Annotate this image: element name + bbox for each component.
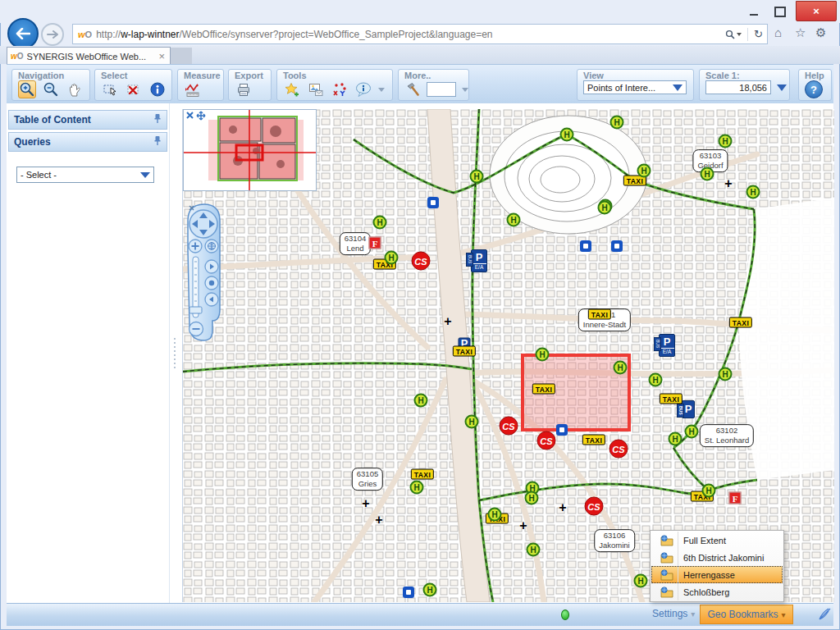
more-tools-button[interactable] bbox=[404, 80, 421, 98]
transit-stop-marker[interactable]: H bbox=[373, 216, 387, 230]
queries-panel-header[interactable]: Queries bbox=[8, 132, 167, 152]
carsharing-marker[interactable]: CS bbox=[412, 252, 431, 271]
coordinates-tool[interactable] bbox=[331, 80, 349, 98]
museum-marker[interactable] bbox=[611, 240, 623, 252]
transit-stop-marker[interactable]: H bbox=[634, 574, 648, 588]
browser-tab[interactable]: wO SYNERGIS WebOffice Web... × bbox=[7, 47, 171, 65]
church-marker[interactable]: + bbox=[519, 519, 527, 532]
overview-map[interactable] bbox=[183, 109, 317, 191]
overview-move-icon[interactable] bbox=[197, 112, 205, 120]
map-area[interactable]: 63103Geidorf63104Lend63101Innere-Stadt63… bbox=[182, 109, 834, 602]
splitter-handle[interactable] bbox=[174, 338, 176, 368]
taxi-stand-marker[interactable]: TAXI bbox=[588, 309, 611, 320]
zoom-slider-handle[interactable] bbox=[189, 307, 202, 313]
carsharing-marker[interactable]: CS bbox=[609, 440, 628, 459]
taxi-stand-marker[interactable]: TAXI bbox=[532, 384, 555, 395]
forward-button[interactable] bbox=[41, 23, 64, 46]
taxi-stand-marker[interactable]: TAXI bbox=[453, 346, 476, 357]
identify-tool[interactable] bbox=[148, 80, 167, 98]
select-tool[interactable] bbox=[101, 80, 119, 98]
address-bar[interactable]: wO http://w-lap-wintner/WebOffice/synser… bbox=[72, 24, 768, 44]
toc-panel-header[interactable]: Table of Content bbox=[8, 110, 167, 130]
scale-input[interactable]: 18,056 bbox=[705, 80, 771, 94]
fire-station-marker[interactable]: F bbox=[369, 237, 381, 249]
taxi-stand-marker[interactable]: TAXI bbox=[582, 435, 605, 445]
transit-stop-marker[interactable]: H bbox=[702, 484, 716, 498]
minimize-button[interactable] bbox=[743, 5, 765, 18]
maptip-tool[interactable] bbox=[354, 80, 372, 98]
print-tool[interactable] bbox=[235, 80, 253, 98]
measure-tool[interactable] bbox=[184, 80, 202, 98]
transit-stop-marker[interactable]: H bbox=[470, 170, 484, 184]
bookmark-item[interactable]: Herrengasse bbox=[651, 566, 783, 583]
museum-marker[interactable] bbox=[580, 240, 591, 252]
transit-stop-marker[interactable]: H bbox=[719, 135, 733, 148]
tools-dropdown-caret-icon[interactable] bbox=[378, 88, 385, 92]
zoom-control[interactable] bbox=[185, 201, 224, 350]
help-button[interactable]: ? bbox=[805, 80, 823, 98]
more-dropdown-caret-icon[interactable] bbox=[462, 88, 468, 92]
scale-caret-icon[interactable] bbox=[777, 84, 787, 91]
overview-close-icon[interactable] bbox=[187, 112, 193, 118]
transit-stop-marker[interactable]: H bbox=[598, 201, 612, 215]
transit-stop-marker[interactable]: H bbox=[385, 251, 399, 265]
refresh-icon[interactable]: ↻ bbox=[754, 28, 763, 40]
transit-stop-marker[interactable]: H bbox=[610, 116, 624, 130]
church-marker[interactable]: + bbox=[444, 315, 451, 328]
search-icon[interactable] bbox=[725, 30, 742, 39]
museum-marker[interactable] bbox=[556, 424, 568, 436]
taxi-stand-marker[interactable]: TAXI bbox=[729, 317, 752, 328]
carsharing-marker[interactable]: CS bbox=[585, 497, 604, 516]
export-image-tool[interactable] bbox=[307, 80, 325, 98]
transit-stop-marker[interactable]: H bbox=[414, 394, 428, 408]
transit-stop-marker[interactable]: H bbox=[536, 348, 550, 362]
transit-stop-marker[interactable]: H bbox=[614, 361, 628, 375]
museum-marker[interactable] bbox=[403, 587, 414, 598]
panel-splitter[interactable] bbox=[169, 103, 183, 603]
parking-marker[interactable]: PE/ABUS bbox=[659, 334, 675, 357]
pin-icon[interactable] bbox=[153, 135, 162, 148]
zoom-in-tool[interactable] bbox=[18, 80, 36, 98]
church-marker[interactable]: + bbox=[375, 514, 382, 527]
zoom-out-tool[interactable] bbox=[42, 80, 60, 98]
clear-selection-tool[interactable] bbox=[125, 80, 143, 98]
transit-stop-marker[interactable]: H bbox=[525, 491, 539, 505]
bookmark-item[interactable]: Schloßberg bbox=[651, 583, 783, 600]
new-tab-area[interactable] bbox=[171, 48, 192, 64]
taxi-stand-marker[interactable]: TAXI bbox=[660, 394, 682, 404]
transit-stop-marker[interactable]: H bbox=[701, 167, 714, 181]
carsharing-marker[interactable]: CS bbox=[537, 431, 556, 450]
settings-gear-icon[interactable]: ⚙ bbox=[815, 25, 826, 40]
geo-bookmarks-button[interactable]: Geo Bookmarks ▾ bbox=[700, 605, 793, 624]
parking-marker[interactable]: PBUS bbox=[682, 400, 695, 418]
carsharing-marker[interactable]: CS bbox=[500, 417, 518, 436]
church-marker[interactable]: + bbox=[362, 497, 369, 510]
transit-stop-marker[interactable]: H bbox=[746, 185, 760, 199]
pan-tool[interactable] bbox=[66, 80, 84, 98]
bookmark-item[interactable]: Full Extent bbox=[651, 532, 783, 549]
transit-stop-marker[interactable]: H bbox=[637, 164, 651, 178]
transit-stop-marker[interactable]: H bbox=[719, 368, 733, 381]
museum-marker[interactable] bbox=[427, 197, 439, 208]
settings-menu-button[interactable]: Settings ▾ bbox=[652, 608, 695, 619]
pin-icon[interactable] bbox=[153, 113, 162, 126]
query-select-dropdown[interactable]: - Select - bbox=[16, 167, 154, 183]
tab-close-icon[interactable]: × bbox=[158, 50, 165, 62]
transit-stop-marker[interactable]: H bbox=[527, 543, 541, 557]
edit-pen-icon[interactable] bbox=[817, 607, 833, 625]
transit-stop-marker[interactable]: H bbox=[669, 432, 682, 446]
home-icon[interactable]: ⌂ bbox=[774, 25, 782, 39]
transit-stop-marker[interactable]: H bbox=[423, 583, 437, 597]
transit-stop-marker[interactable]: H bbox=[649, 373, 663, 387]
taxi-stand-marker[interactable]: TAXI bbox=[411, 469, 434, 480]
transit-stop-marker[interactable]: H bbox=[465, 415, 479, 429]
transit-stop-marker[interactable]: H bbox=[410, 481, 424, 495]
fire-station-marker[interactable]: F bbox=[729, 492, 742, 504]
maximize-button[interactable] bbox=[769, 5, 791, 18]
transit-stop-marker[interactable]: H bbox=[560, 128, 574, 142]
transit-stop-marker[interactable]: H bbox=[685, 425, 699, 439]
more-tools-select[interactable] bbox=[427, 82, 456, 97]
favorites-star-icon[interactable]: ☆ bbox=[795, 25, 806, 40]
back-button[interactable] bbox=[7, 18, 39, 49]
church-marker[interactable]: + bbox=[559, 501, 566, 514]
